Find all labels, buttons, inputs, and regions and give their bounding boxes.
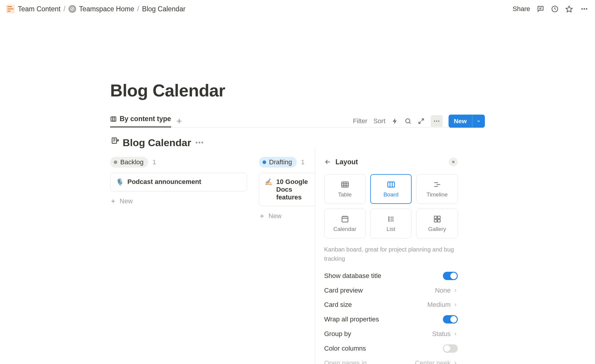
layout-option-calendar[interactable]: Calendar [324, 209, 366, 238]
board-card[interactable]: ✍🏻 10 Google Docs features [259, 173, 324, 206]
layout-option-board[interactable]: Board [370, 174, 412, 204]
breadcrumb-item-1[interactable]: Team Content [18, 5, 60, 13]
layout-option-label: Timeline [427, 191, 448, 198]
setting-open-pages-in[interactable]: Open pages in Center peek [324, 359, 458, 364]
layout-option-label: Table [338, 191, 352, 198]
search-icon[interactable] [405, 118, 412, 125]
setting-label: Group by [324, 330, 351, 338]
calendar-icon [341, 215, 349, 224]
toggle-color-columns[interactable] [443, 344, 458, 353]
setting-label: Card size [324, 301, 352, 309]
gallery-icon [433, 215, 442, 224]
setting-card-preview[interactable]: Card preview None [324, 287, 458, 294]
page-title: Blog Calendar [110, 80, 485, 100]
breadcrumb-separator: / [63, 5, 65, 13]
page-icon [6, 4, 15, 13]
layout-option-label: Gallery [428, 226, 446, 232]
setting-label: Wrap all properties [324, 315, 379, 323]
share-button[interactable]: Share [513, 5, 530, 13]
favorite-icon[interactable] [565, 5, 573, 13]
layout-panel: Layout Table Board [315, 148, 458, 364]
status-pill-drafting[interactable]: Drafting [259, 157, 297, 168]
layout-option-timeline[interactable]: Timeline [416, 174, 458, 204]
timeline-icon [433, 180, 442, 189]
setting-label: Color columns [324, 345, 366, 352]
toggle-wrap-properties[interactable] [443, 315, 458, 324]
panel-description: Kanban board, great for project planning… [324, 245, 458, 263]
layout-option-label: Board [383, 191, 399, 198]
comments-icon[interactable] [537, 5, 544, 13]
layout-option-list[interactable]: List [370, 209, 412, 238]
breadcrumb-item-2[interactable]: Teamspace Home [79, 5, 134, 13]
db-more-icon[interactable]: ••• [195, 139, 204, 146]
add-view-button[interactable] [175, 117, 183, 125]
card-title: 10 Google Docs features [276, 178, 319, 201]
breadcrumb-separator: / [137, 5, 139, 13]
setting-value: Status [432, 330, 451, 338]
svg-point-6 [586, 8, 587, 10]
automations-icon[interactable] [391, 118, 399, 125]
back-icon[interactable] [324, 158, 331, 165]
expand-icon[interactable] [418, 118, 425, 125]
layout-option-gallery[interactable]: Gallery [416, 209, 458, 238]
chevron-right-icon [453, 332, 458, 336]
status-label: Drafting [269, 158, 292, 166]
view-tab-label: By content type [120, 115, 171, 123]
new-button[interactable]: New [449, 115, 485, 128]
breadcrumb-item-3[interactable]: Blog Calendar [142, 5, 185, 13]
toggle-show-db-title[interactable] [443, 272, 458, 280]
status-pill-backlog[interactable]: Backlog [110, 157, 148, 168]
db-link-icon [110, 137, 120, 149]
sort-button[interactable]: Sort [373, 117, 385, 125]
svg-rect-19 [434, 216, 437, 219]
card-title: Podcast announcement [127, 178, 201, 186]
chevron-right-icon [453, 361, 458, 364]
svg-point-17 [388, 219, 389, 220]
board-card[interactable]: 🎙️ Podcast announcement [110, 173, 247, 191]
db-title[interactable]: Blog Calendar [123, 137, 191, 149]
svg-point-10 [436, 121, 437, 122]
setting-show-db-title: Show database title [324, 272, 458, 280]
new-button-label: New [449, 118, 472, 125]
filter-button[interactable]: Filter [353, 117, 368, 125]
card-emoji: ✍🏻 [265, 178, 273, 186]
more-icon[interactable] [580, 5, 589, 13]
svg-point-5 [584, 8, 585, 10]
board-icon [387, 180, 396, 189]
add-card-label: New [120, 197, 133, 205]
updates-icon[interactable] [551, 5, 559, 13]
setting-group-by[interactable]: Group by Status [324, 330, 458, 338]
setting-card-size[interactable]: Card size Medium [324, 301, 458, 309]
setting-label: Show database title [324, 272, 381, 280]
status-dot [263, 160, 266, 164]
svg-rect-22 [438, 219, 440, 222]
setting-value: Medium [427, 301, 451, 309]
setting-wrap-properties: Wrap all properties [324, 315, 458, 324]
board-column-backlog: Backlog 1 🎙️ Podcast announcement New [110, 157, 247, 220]
setting-value: None [435, 287, 451, 294]
card-emoji: 🎙️ [116, 178, 124, 186]
svg-rect-7 [111, 117, 116, 121]
board: Backlog 1 🎙️ Podcast announcement New D [110, 157, 485, 220]
new-button-caret[interactable] [472, 115, 485, 128]
top-actions: Share [513, 5, 589, 13]
compass-icon [68, 5, 76, 13]
add-card-label: New [268, 212, 282, 220]
view-options-icon[interactable] [431, 115, 443, 127]
status-label: Backlog [120, 158, 143, 166]
view-tab-by-content-type[interactable]: By content type [110, 115, 171, 127]
svg-rect-21 [434, 219, 437, 222]
setting-label: Open pages in [324, 359, 367, 364]
layout-option-label: Calendar [333, 226, 356, 232]
svg-point-18 [388, 221, 389, 221]
svg-rect-15 [342, 216, 348, 222]
close-icon[interactable] [449, 157, 458, 166]
svg-rect-20 [438, 216, 440, 219]
panel-title: Layout [335, 158, 445, 166]
svg-rect-14 [388, 182, 394, 187]
setting-value: Center peek [415, 359, 451, 364]
add-card-button[interactable]: New [110, 197, 247, 205]
list-icon [387, 215, 396, 224]
layout-option-table[interactable]: Table [324, 174, 366, 204]
layout-option-label: List [387, 226, 396, 232]
